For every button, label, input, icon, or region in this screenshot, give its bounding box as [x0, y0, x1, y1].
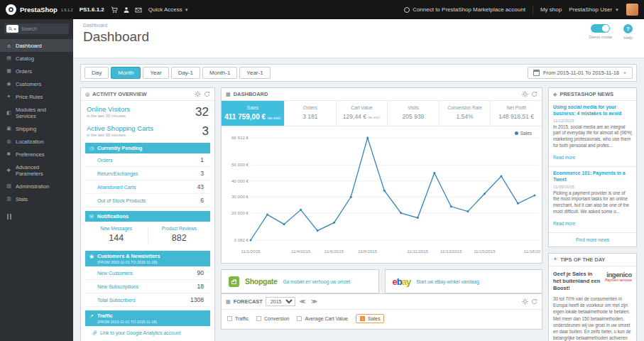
divider — [533, 6, 533, 14]
range-button-month-1[interactable]: Month-1 — [202, 67, 237, 79]
pending-orders-row[interactable]: Orders1 — [85, 153, 210, 167]
traffic-header: ↗ Traffic (FROM 2015-11-01 TO 2015-11-18… — [85, 310, 210, 326]
forecast-legend-conversion[interactable]: Conversion — [256, 316, 289, 321]
range-button-year-1[interactable]: Year-1 — [239, 67, 270, 79]
google-analytics-link[interactable]: Link to your Google Analytics account — [81, 326, 214, 341]
users-icon: ◉ — [89, 254, 94, 259]
ebay-link[interactable]: Start uw eBay-winkel vandaag — [416, 279, 479, 284]
my-shop-link[interactable]: My shop — [540, 6, 562, 13]
shopgate-logo-icon — [229, 276, 239, 287]
brand-name: PrestaShop — [20, 6, 58, 13]
forecast-next-icon[interactable]: ≫ — [310, 298, 318, 305]
sidebar-item-localization[interactable]: ◍Localization — [0, 135, 73, 148]
sidebar-item-catalog[interactable]: ▤Catalog — [0, 52, 73, 65]
svg-text:11/4/2015: 11/4/2015 — [291, 249, 311, 254]
find-more-news-link[interactable]: Find more news — [549, 233, 636, 247]
tips-of-the-day-panel: ✦ TIPS OF THE DAY Geef je Sales in het b… — [548, 253, 637, 341]
shopgate-promo: Shopgate Ga mobiel en verhoog uw omzet — [221, 269, 379, 293]
help-icon[interactable]: ? — [623, 24, 633, 33]
online-visitors-row[interactable]: Online Visitors in the last 30 minutes 3… — [81, 101, 214, 120]
forecast-legend-sales[interactable]: Sales — [356, 314, 385, 323]
read-more-link[interactable]: Read more — [553, 221, 575, 226]
sales-line-chart: 66 912 €50 000 €40 000 €30 000 €20 000 €… — [225, 129, 540, 259]
cart-notifications-icon[interactable] — [111, 6, 118, 13]
new-customers-row[interactable]: New Customers90 — [85, 266, 210, 280]
sidebar-collapse-button[interactable] — [7, 214, 73, 220]
demo-mode-toggle[interactable] — [591, 24, 610, 33]
sidebar-item-stats[interactable]: ▥Stats — [0, 193, 73, 205]
product-reviews-stat[interactable]: Product Reviews 882 — [148, 226, 211, 243]
shopgate-brand: Shopgate — [245, 277, 277, 286]
range-button-year[interactable]: Year — [143, 67, 168, 79]
checkbox-icon — [256, 316, 261, 321]
customer-notifications-icon[interactable] — [123, 6, 130, 13]
notifications-header: ✉ Notifications — [85, 211, 210, 222]
dashboard-panel-icon: ▦ — [226, 92, 231, 97]
shopgate-link[interactable]: Ga mobiel en verhoog uw omzet — [283, 279, 350, 284]
date-range-picker[interactable]: From 2015-11-01 To 2015-11-18 ▼ — [528, 67, 633, 79]
refresh-icon[interactable] — [531, 298, 537, 305]
sidebar-search: ▼ — [4, 23, 69, 34]
forecast-panel: ▤ FORECAST 2015 ≪ ≫ Traffic Conversion A… — [221, 293, 542, 330]
sidebar-item-modules-and-services[interactable]: ◧Modules and Services — [0, 103, 73, 122]
kpi-cart-value[interactable]: Cart Value 129,44 € tax excl. — [337, 101, 388, 126]
page-title: Dashboard — [83, 29, 634, 45]
refresh-icon[interactable] — [204, 91, 210, 97]
help-label: Help — [623, 36, 632, 40]
message-notifications-icon[interactable] — [135, 6, 142, 13]
search-scope-dropdown[interactable]: ▼ — [6, 25, 18, 33]
brand-version: 1.6.1.2 — [61, 8, 73, 12]
kpi-visits[interactable]: Visits 205 939 — [388, 101, 440, 126]
news-title-link[interactable]: Ecommerce 101: Payments in a Tweet — [553, 170, 632, 183]
sidebar-item-shipping[interactable]: ▣Shipping — [0, 122, 73, 135]
range-button-month[interactable]: Month — [111, 67, 141, 79]
sidebar-item-preferences[interactable]: ✱Preferences — [0, 148, 73, 161]
new-messages-stat[interactable]: New Messages 144 — [85, 226, 148, 243]
sidebar-item-customers[interactable]: ◉Customers — [0, 77, 73, 90]
page-header: Dashboard Dashboard Demo mode ? Help — [73, 19, 644, 58]
range-button-day[interactable]: Day — [84, 67, 109, 79]
total-subscribers-row[interactable]: Total Subscribers1308 — [85, 293, 210, 307]
prestashop-brand[interactable]: PrestaShop 1.6.1.2 — [6, 4, 73, 15]
range-button-day-1[interactable]: Day-1 — [171, 67, 200, 79]
news-item: Ecommerce 101: Payments in a Tweet 11/05… — [549, 167, 636, 233]
svg-text:50 000 €: 50 000 € — [231, 162, 249, 167]
svg-text:11/18/2015: 11/18/2015 — [524, 249, 540, 254]
new-subscriptions-row[interactable]: New Subscriptions18 — [85, 280, 210, 293]
active-carts-row[interactable]: Active Shopping Carts in the last 30 min… — [81, 120, 214, 139]
gear-icon[interactable] — [522, 91, 528, 97]
kpi-conversion-rate[interactable]: Conversion Rate 1.54% — [440, 101, 491, 126]
link-icon — [92, 330, 97, 335]
search-input[interactable] — [21, 26, 67, 31]
svg-text:40 000 €: 40 000 € — [231, 178, 249, 183]
sidebar-item-price-rules[interactable]: ✦Price Rules — [0, 90, 73, 103]
catalog-icon: ▤ — [6, 55, 12, 61]
gear-icon[interactable] — [195, 91, 201, 97]
forecast-year-select[interactable]: 2015 — [266, 297, 295, 306]
out-of-stock-row[interactable]: Out of Stock Products6 — [85, 194, 210, 207]
kpi-orders[interactable]: Orders 3 181 — [285, 101, 337, 126]
sidebar-item-advanced-parameters[interactable]: ✚Advanced Parameters — [0, 161, 73, 180]
quick-access-menu[interactable]: Quick Access▼ — [148, 6, 189, 13]
forecast-legend-average-cart-value[interactable]: Average Cart Value — [297, 316, 347, 321]
user-avatar[interactable] — [626, 4, 638, 16]
kpi-net-profit[interactable]: Net Profit 148 918,51 € — [491, 101, 542, 126]
news-title-link[interactable]: Using social media for your business: 4 … — [553, 104, 632, 117]
marketplace-link[interactable]: Connect to PrestaShop Marketplace accoun… — [404, 6, 525, 13]
read-more-link[interactable]: Read more — [553, 155, 575, 160]
marketplace-icon — [404, 7, 410, 13]
forecast-prev-icon[interactable]: ≪ — [298, 298, 307, 305]
sidebar-item-orders[interactable]: ▦Orders — [0, 65, 73, 77]
sidebar-item-dashboard[interactable]: ⌂Dashboard — [0, 39, 73, 52]
demo-mode-label: Demo mode — [589, 35, 612, 39]
checkbox-icon — [297, 316, 302, 321]
kpi-sales[interactable]: Sales 411 759,00 € tax excl. — [222, 101, 285, 126]
sidebar-item-administration[interactable]: ▨Administration — [0, 180, 73, 193]
pending-returns-row[interactable]: Return/Exchanges3 — [85, 167, 210, 180]
gear-icon[interactable] — [522, 298, 528, 305]
abandoned-carts-row[interactable]: Abandoned Carts43 — [85, 180, 210, 194]
refresh-icon[interactable] — [531, 91, 537, 97]
envelope-icon: ✉ — [89, 214, 94, 220]
forecast-legend-traffic[interactable]: Traffic — [227, 316, 249, 321]
user-menu[interactable]: PrestaShop User▼ — [569, 6, 619, 13]
